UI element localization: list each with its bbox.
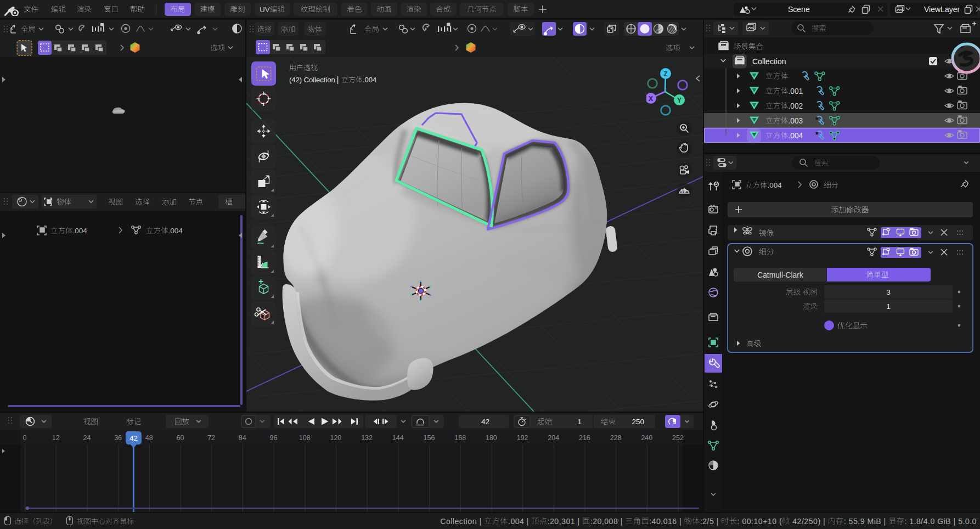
svg-text:36: 36 bbox=[114, 434, 122, 442]
svg-text:.004: .004 bbox=[168, 227, 183, 235]
svg-text:1: 1 bbox=[886, 302, 891, 311]
svg-text:3: 3 bbox=[886, 288, 891, 296]
svg-text:42/250) |: 42/250) | bbox=[790, 517, 828, 526]
svg-text:.001: .001 bbox=[788, 87, 803, 95]
svg-text:0: 0 bbox=[23, 434, 27, 442]
svg-text:84: 84 bbox=[239, 434, 246, 442]
svg-text:228: 228 bbox=[610, 434, 622, 442]
svg-text:Y: Y bbox=[677, 97, 682, 104]
svg-text:Collection: Collection bbox=[752, 57, 786, 66]
svg-text:.004: .004 bbox=[768, 181, 782, 189]
svg-text:: 00:10+10 (: : 00:10+10 ( bbox=[737, 517, 782, 526]
svg-text:.004: .004 bbox=[788, 132, 803, 140]
svg-text::20,008 |: :20,008 | bbox=[590, 517, 625, 526]
svg-text:.004: .004 bbox=[363, 76, 376, 84]
svg-text:132: 132 bbox=[361, 434, 373, 442]
svg-text:Scene: Scene bbox=[788, 5, 810, 14]
svg-text:156: 156 bbox=[424, 434, 435, 442]
svg-text::20,301 |: :20,301 | bbox=[548, 517, 582, 526]
svg-text:168: 168 bbox=[454, 434, 466, 442]
svg-text:24: 24 bbox=[83, 434, 91, 442]
svg-text:48: 48 bbox=[145, 434, 153, 442]
svg-text:252: 252 bbox=[672, 434, 684, 442]
svg-text:X: X bbox=[649, 95, 653, 103]
svg-text:96: 96 bbox=[270, 434, 278, 442]
svg-text:204: 204 bbox=[548, 434, 559, 442]
svg-text:Z: Z bbox=[663, 70, 667, 78]
svg-text:.004 |: .004 | bbox=[508, 517, 531, 526]
svg-text:.003: .003 bbox=[788, 117, 803, 125]
svg-text:180: 180 bbox=[486, 434, 497, 442]
svg-text:144: 144 bbox=[392, 434, 404, 442]
svg-text:42: 42 bbox=[129, 434, 137, 442]
svg-text:216: 216 bbox=[579, 434, 590, 442]
svg-text:108: 108 bbox=[299, 434, 311, 442]
svg-text:192: 192 bbox=[517, 434, 528, 442]
svg-text:60: 60 bbox=[177, 434, 184, 442]
svg-text:240: 240 bbox=[641, 434, 652, 442]
svg-text:.002: .002 bbox=[788, 102, 803, 110]
svg-text:.004: .004 bbox=[73, 227, 88, 235]
svg-text:(42) Collection: (42) Collection bbox=[289, 76, 335, 84]
svg-text:120: 120 bbox=[330, 434, 341, 442]
svg-text::2/5 |: :2/5 | bbox=[700, 517, 721, 526]
svg-text:: 1.8/4.0 GiB | 5.0.0: : 1.8/4.0 GiB | 5.0.0 bbox=[905, 517, 977, 526]
svg-text:: 55.9 MiB |: : 55.9 MiB | bbox=[844, 517, 888, 526]
svg-text:1: 1 bbox=[577, 418, 582, 426]
svg-text:Collection |: Collection | bbox=[440, 517, 484, 526]
svg-text:42: 42 bbox=[481, 418, 489, 426]
svg-text:250: 250 bbox=[632, 418, 644, 426]
svg-text:ViewLayer: ViewLayer bbox=[924, 5, 960, 14]
svg-text:UV: UV bbox=[260, 5, 270, 14]
svg-text::40,016 |: :40,016 | bbox=[649, 517, 684, 526]
svg-text:12: 12 bbox=[52, 434, 60, 442]
svg-text:Catmull-Clark: Catmull-Clark bbox=[757, 271, 803, 279]
svg-text:72: 72 bbox=[207, 434, 215, 442]
